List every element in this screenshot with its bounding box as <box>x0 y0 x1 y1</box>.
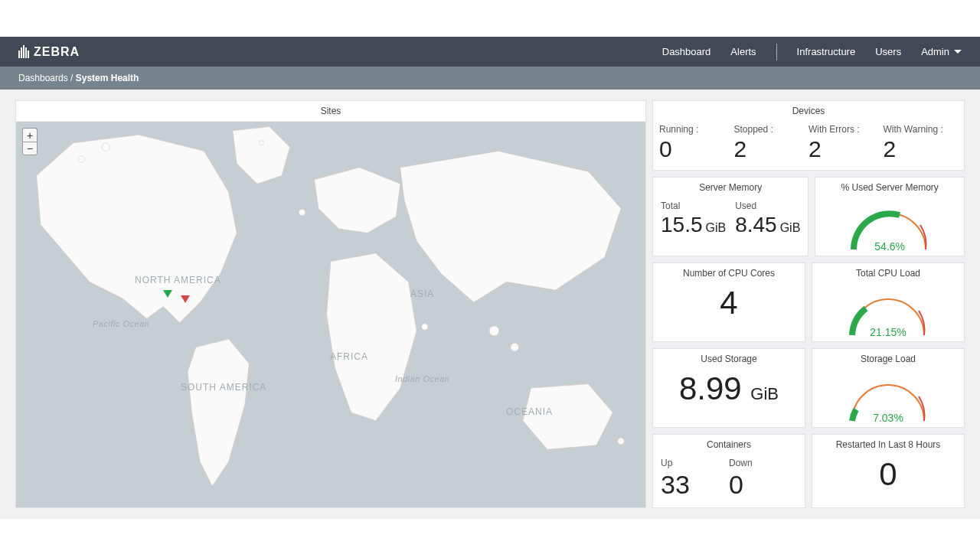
cpu-cores-title: Number of CPU Cores <box>653 263 805 283</box>
pct-memory-card: % Used Server Memory 54.6% <box>815 177 965 256</box>
containers-up-label: Up <box>661 458 729 468</box>
breadcrumb-current: System Health <box>76 73 139 83</box>
storage-load-card: Storage Load 7.03% <box>812 348 965 428</box>
zoom-in-button[interactable]: + <box>22 128 38 142</box>
containers-up-value: 33 <box>661 470 729 500</box>
sites-panel: Sites <box>15 100 646 508</box>
used-storage-title: Used Storage <box>653 349 805 369</box>
used-storage-unit: GiB <box>750 384 779 403</box>
containers-down-label: Down <box>729 458 797 468</box>
map-label-north-america: NORTH AMERICA <box>135 275 221 285</box>
nav-users[interactable]: Users <box>875 46 901 57</box>
world-map-svg <box>16 122 645 507</box>
svg-point-2 <box>259 141 263 145</box>
storage-load-title: Storage Load <box>812 349 964 369</box>
cpu-cores-value: 4 <box>720 285 737 321</box>
svg-point-5 <box>618 438 625 445</box>
site-pin-green[interactable] <box>163 290 172 298</box>
mem-total-label: Total <box>661 201 726 211</box>
containers-card: Containers Up 33 Down 0 <box>652 434 805 508</box>
map-label-africa: AFRICA <box>330 351 368 362</box>
map-zoom-controls: + − <box>22 128 38 155</box>
mem-used-value: 8.45 <box>735 213 777 237</box>
header: ZEBRA Dashboard Alerts Infrastructure Us… <box>0 37 980 67</box>
breadcrumb-parent[interactable]: Dashboards <box>18 73 68 83</box>
svg-point-1 <box>102 143 110 152</box>
server-memory-card: Server Memory Total 15.5GiB Used 8.45GiB <box>652 177 808 256</box>
cpu-load-value: 21.15% <box>870 326 906 338</box>
top-nav: Dashboard Alerts Infrastructure Users Ad… <box>662 44 962 60</box>
nav-dashboard[interactable]: Dashboard <box>662 46 711 57</box>
map-label-pacific: Pacific Ocean <box>93 319 149 328</box>
nav-infrastructure[interactable]: Infrastructure <box>797 46 856 57</box>
storage-load-value: 7.03% <box>873 412 903 424</box>
map-label-oceania: OCEANIA <box>506 406 553 417</box>
restarted-card: Restarted In Last 8 Hours 0 <box>812 434 965 508</box>
devices-errors-value: 2 <box>808 136 884 162</box>
devices-warning-label: With Warning : <box>884 124 959 135</box>
dashboard-content: Sites <box>0 90 980 519</box>
used-storage-card: Used Storage 8.99 GiB <box>652 348 805 428</box>
right-column: Devices Running : 0 Stopped : 2 With Err… <box>652 100 965 508</box>
map-label-south-america: SOUTH AMERICA <box>181 382 266 393</box>
svg-point-7 <box>421 324 428 331</box>
cpu-load-title: Total CPU Load <box>812 263 964 283</box>
chevron-down-icon <box>954 50 962 54</box>
svg-point-4 <box>511 343 519 351</box>
pct-memory-title: % Used Server Memory <box>815 178 964 197</box>
svg-point-0 <box>78 156 85 163</box>
devices-stopped-value: 2 <box>734 136 809 162</box>
devices-stopped-label: Stopped : <box>734 124 809 135</box>
devices-running-value: 0 <box>659 136 734 162</box>
cpu-cores-card: Number of CPU Cores 4 <box>652 262 805 342</box>
map-label-indian: Indian Ocean <box>395 374 449 383</box>
mem-total-unit: GiB <box>706 221 727 235</box>
nav-admin-label: Admin <box>921 46 949 57</box>
devices-warning-value: 2 <box>884 136 959 162</box>
mem-total-value: 15.5 <box>661 213 703 237</box>
brand-logo: ZEBRA <box>18 45 80 59</box>
restarted-value: 0 <box>879 456 897 492</box>
devices-running-label: Running : <box>659 124 734 135</box>
sites-title: Sites <box>16 101 645 122</box>
devices-card: Devices Running : 0 Stopped : 2 With Err… <box>652 100 965 171</box>
server-memory-title: Server Memory <box>653 178 808 197</box>
nav-admin[interactable]: Admin <box>921 46 962 57</box>
svg-point-3 <box>489 326 499 336</box>
brand-text: ZEBRA <box>34 45 80 59</box>
svg-point-6 <box>299 209 305 216</box>
restarted-title: Restarted In Last 8 Hours <box>812 435 964 455</box>
mem-used-label: Used <box>735 201 800 211</box>
world-map[interactable]: + − NORTH AMERICA SOUTH AMERICA AFRICA A… <box>16 122 645 507</box>
zoom-out-button[interactable]: − <box>22 142 38 155</box>
nav-alerts[interactable]: Alerts <box>730 46 756 57</box>
map-label-asia: ASIA <box>410 289 434 299</box>
breadcrumb: Dashboards / System Health <box>0 67 980 90</box>
containers-title: Containers <box>653 435 805 455</box>
devices-errors-label: With Errors : <box>808 124 884 135</box>
site-pin-red[interactable] <box>181 295 190 303</box>
pct-memory-value: 54.6% <box>874 240 905 253</box>
mem-used-unit: GiB <box>780 221 801 235</box>
nav-separator <box>776 44 777 60</box>
used-storage-value: 8.99 <box>679 370 742 406</box>
devices-title: Devices <box>653 101 964 121</box>
zebra-stripes-icon <box>18 45 29 58</box>
containers-down-value: 0 <box>729 470 797 500</box>
cpu-load-card: Total CPU Load 21.15% <box>812 262 965 342</box>
